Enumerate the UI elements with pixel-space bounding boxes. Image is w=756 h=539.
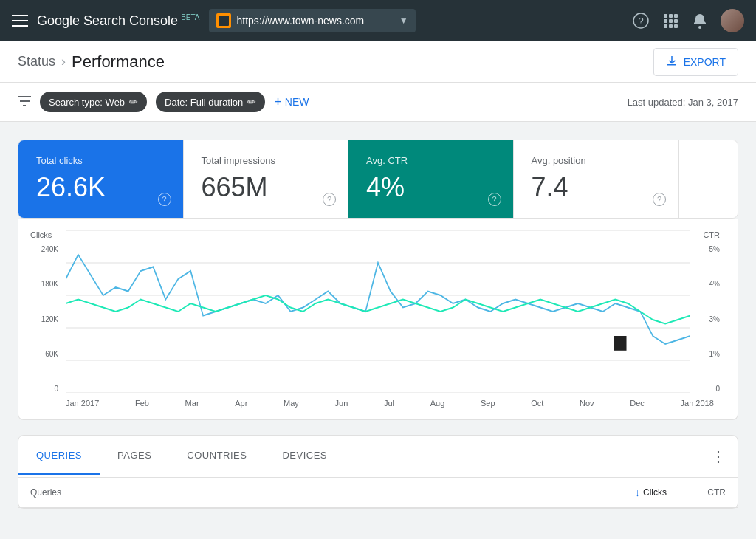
metric-label-position: Avg. position [532, 155, 661, 166]
chart-wrap: Clicks [30, 230, 720, 408]
download-icon [666, 55, 678, 69]
export-label: EXPORT [684, 56, 726, 68]
chart-container: Clicks [18, 219, 738, 420]
metric-help-clicks[interactable]: ? [158, 193, 171, 206]
metric-avg-position[interactable]: Avg. position 7.4 ? [514, 140, 679, 218]
x-label-nov: Nov [580, 399, 594, 408]
filter-bar: Search type: Web ✏ Date: Full duration ✏… [0, 83, 756, 122]
x-label-apr: Apr [235, 399, 247, 408]
x-label-aug: Aug [430, 399, 445, 408]
filter-icon[interactable] [18, 95, 31, 110]
x-label-jan2018: Jan 2018 [681, 399, 714, 408]
metric-total-impressions[interactable]: Total impressions 665M ? [184, 140, 349, 218]
y-right-val-4: 1% [693, 350, 720, 358]
svg-rect-2 [664, 14, 667, 18]
y-left-val-2: 180K [30, 280, 58, 288]
x-label-jun: Jun [335, 399, 348, 408]
x-label-dec: Dec [630, 399, 645, 408]
notifications-icon[interactable] [691, 12, 709, 30]
tabs-more-button[interactable]: ⋮ [699, 436, 738, 477]
last-updated: Last updated: Jan 3, 2017 [628, 97, 738, 108]
y-right-val-2: 4% [693, 280, 720, 288]
y-right-val-3: 3% [693, 315, 720, 323]
new-filter-label: NEW [285, 96, 309, 108]
site-favicon [216, 13, 231, 28]
breadcrumb-bar: Status › Performance EXPORT [0, 41, 756, 83]
svg-rect-6 [669, 19, 673, 23]
url-dropdown-arrow[interactable]: ▼ [399, 16, 408, 26]
svg-text:?: ? [638, 16, 643, 27]
metric-value-clicks: 26.6K [36, 172, 165, 203]
x-label-mar: Mar [185, 399, 199, 408]
clicks-label: Clicks [643, 487, 667, 498]
breadcrumb-separator: › [61, 54, 66, 69]
edit-search-type-icon[interactable]: ✏ [129, 96, 138, 108]
date-label: Date: Full duration [165, 97, 243, 108]
x-axis-labels: Jan 2017 Feb Mar Apr May Jun Jul Aug Sep… [30, 396, 720, 408]
x-label-oct: Oct [531, 399, 543, 408]
y-axis-right-values: 5% 4% 3% 1% 0 [693, 245, 720, 393]
metric-total-clicks[interactable]: Total clicks 26.6K ? [18, 140, 184, 218]
col-header-clicks: ↓ Clicks [635, 487, 667, 498]
top-navigation: Google Search ConsoleBETA https://www.to… [0, 0, 756, 41]
export-button[interactable]: EXPORT [653, 48, 738, 76]
svg-rect-10 [674, 24, 678, 28]
x-label-sep: Sep [481, 399, 495, 408]
metrics-row: Total clicks 26.6K ? Total impressions 6… [18, 140, 738, 219]
main-content: Total clicks 26.6K ? Total impressions 6… [0, 122, 756, 526]
table-header: Queries ↓ Clicks CTR [18, 478, 738, 508]
svg-rect-8 [664, 24, 667, 28]
performance-chart [66, 230, 690, 393]
y-axis-left-values: 240K 180K 120K 60K 0 [30, 245, 63, 393]
help-icon[interactable]: ? [632, 12, 650, 30]
metric-help-position[interactable]: ? [653, 193, 666, 206]
y-left-val-3: 120K [30, 315, 58, 323]
y-right-val-1: 5% [693, 245, 720, 253]
breadcrumb-status[interactable]: Status [18, 54, 55, 69]
tabs-section: QUERIES PAGES COUNTRIES DEVICES ⋮ Querie… [18, 435, 738, 509]
app-logo: Google Search ConsoleBETA [37, 13, 200, 29]
y-left-val-5: 0 [30, 385, 58, 393]
metric-label-impressions: Total impressions [202, 155, 331, 166]
tab-queries[interactable]: QUERIES [18, 438, 100, 475]
tab-countries[interactable]: COUNTRIES [169, 438, 264, 475]
metric-help-ctr[interactable]: ? [488, 193, 501, 206]
sort-arrow-icon[interactable]: ↓ [635, 487, 640, 498]
new-filter-button[interactable]: + NEW [274, 95, 309, 110]
x-label-may: May [284, 399, 299, 408]
y-axis-right-label: CTR [690, 230, 720, 239]
search-type-label: Search type: Web [49, 97, 125, 108]
svg-rect-4 [674, 14, 678, 18]
svg-rect-5 [664, 19, 667, 23]
url-bar[interactable]: https://www.town-news.com ▼ [209, 9, 416, 32]
search-type-filter[interactable]: Search type: Web ✏ [40, 92, 147, 112]
tabs-header: QUERIES PAGES COUNTRIES DEVICES ⋮ [18, 436, 738, 478]
metric-avg-ctr[interactable]: Avg. CTR 4% ? [348, 140, 514, 218]
site-url: https://www.town-news.com [237, 15, 394, 27]
tab-devices[interactable]: DEVICES [264, 438, 345, 475]
x-label-jul: Jul [384, 399, 394, 408]
tab-pages[interactable]: PAGES [100, 438, 169, 475]
metric-help-impressions[interactable]: ? [323, 193, 336, 206]
user-avatar[interactable] [721, 9, 744, 32]
metric-label-clicks: Total clicks [36, 155, 165, 166]
metric-value-impressions: 665M [202, 172, 331, 203]
svg-point-11 [698, 26, 701, 29]
date-filter[interactable]: Date: Full duration ✏ [156, 92, 265, 112]
metric-value-position: 7.4 [532, 172, 661, 203]
y-axis-left-label: Clicks [30, 230, 66, 239]
edit-date-icon[interactable]: ✏ [247, 96, 256, 108]
apps-icon[interactable] [662, 12, 679, 30]
col-header-ctr: CTR [667, 487, 726, 498]
y-left-val-1: 240K [30, 245, 58, 253]
page-title: Performance [72, 52, 165, 72]
hamburger-menu[interactable] [12, 15, 28, 27]
metric-value-ctr: 4% [366, 172, 495, 203]
x-label-feb: Feb [135, 399, 149, 408]
chart-legend-area [678, 140, 738, 218]
x-label-jan2017: Jan 2017 [66, 399, 99, 408]
svg-rect-7 [674, 19, 678, 23]
plus-icon: + [274, 95, 282, 110]
col-header-queries: Queries [30, 487, 635, 498]
y-right-val-5: 0 [693, 385, 720, 393]
